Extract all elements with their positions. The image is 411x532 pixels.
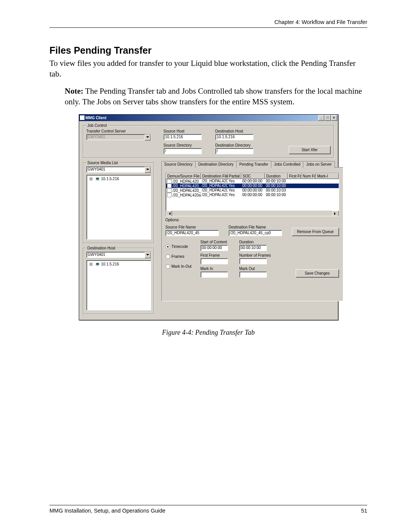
footer-left: MMG Installation, Setup, and Operations …: [49, 508, 166, 514]
tab-pending-transfer[interactable]: Pending Transfer: [236, 161, 271, 168]
radio-mark-in-out[interactable]: Mark In-Out: [166, 264, 196, 269]
note-label: Note:: [65, 86, 83, 96]
tcs-label: Transfer Control Server: [86, 129, 157, 133]
col-firstfr[interactable]: First Fr: [288, 173, 301, 179]
destination-dir-input[interactable]: [215, 148, 253, 154]
app-window: MMG Client _ □ × Job Control Transfer Co…: [79, 114, 338, 320]
nf-label: Number of Frames: [239, 253, 281, 257]
save-changes-button[interactable]: Save Changes: [296, 269, 339, 278]
note-text: The Pending Transfer tab and Jobs Contro…: [65, 86, 362, 106]
close-button[interactable]: ×: [331, 115, 337, 121]
ff-label: First Frame: [201, 253, 235, 257]
section-title: Files Pending Transfer: [49, 45, 367, 56]
mo-label: Mark Out: [239, 267, 281, 271]
options-label: Options:: [166, 218, 180, 222]
tree-expand-icon: ⊟: [88, 262, 94, 266]
app-icon: [80, 115, 84, 120]
start-xfer-button[interactable]: Start Xfer: [289, 146, 331, 154]
table-row[interactable]: /20_HDPAL420_45/20_HDPAL420...Yes00:00:0…: [166, 184, 339, 188]
dh-value: GWY0401: [88, 252, 105, 257]
sfn-label: Source File Name: [166, 225, 223, 229]
radio-frames[interactable]: Frames: [166, 254, 196, 259]
checkbox-icon[interactable]: [167, 193, 172, 197]
dur-label: Duration: [239, 240, 281, 244]
chevron-down-icon: [145, 252, 151, 258]
destination-host-input[interactable]: [215, 134, 253, 140]
mi-input[interactable]: [201, 272, 228, 278]
tab-jobs-on-server[interactable]: Jobs on Server: [303, 161, 335, 168]
checkbox-icon[interactable]: [167, 184, 172, 188]
radio-label: Frames: [172, 254, 185, 259]
soc-input[interactable]: [201, 245, 228, 251]
mi-label: Mark In: [201, 267, 235, 271]
ff-input[interactable]: [201, 258, 228, 264]
window-title: MMG Client: [86, 116, 107, 120]
col-demux[interactable]: Demux/Source File: [166, 173, 201, 179]
destination-host-legend: Destination Host: [86, 246, 116, 250]
tree-node[interactable]: ⊟ 💻 10.1.5.216: [88, 262, 149, 266]
radio-label: Mark In-Out: [172, 264, 192, 268]
col-numfr[interactable]: Num Fr: [301, 173, 316, 179]
sfn-input[interactable]: [166, 230, 219, 236]
col-mark-in[interactable]: Mark-I: [316, 173, 339, 179]
chevron-down-icon: [145, 167, 151, 173]
source-media-list-legend: Source Media List: [86, 161, 119, 165]
computer-icon: 💻: [95, 177, 100, 181]
tree-node-label: 10.1.5.216: [101, 177, 119, 181]
radio-dot-icon: [166, 254, 170, 259]
radio-label: Timecode: [172, 244, 188, 249]
table-row[interactable]: /20_HDPAL420_50/20_HDPAL420...Yes00:00:0…: [166, 188, 339, 193]
col-dest[interactable]: Destination File: [201, 173, 228, 179]
scroll-right-button[interactable]: [333, 211, 339, 216]
radio-dot-icon: [166, 264, 170, 269]
page-header: Chapter 4: Workflow and File Transfer: [49, 19, 367, 28]
dh-tree[interactable]: ⊟ 💻 10.1.5.216: [86, 260, 151, 310]
pending-files-list[interactable]: Demux/Source File Destination File Parti…: [166, 173, 339, 216]
table-row[interactable]: /20_HDPAL420/20_HDPAL420...Yes00:00:00:0…: [166, 179, 339, 184]
note-paragraph: Note: The Pending Transfer tab and Jobs …: [65, 86, 367, 107]
figure-caption: Figure 4-4: Pending Transfer Tab: [49, 329, 367, 337]
col-duration[interactable]: Duration: [265, 173, 288, 179]
source-host-input[interactable]: [164, 134, 202, 140]
source-dir-label: Source Directory: [164, 143, 209, 147]
job-control-legend: Job Control: [86, 123, 108, 128]
radio-dot-icon: [166, 244, 170, 249]
source-dir-input[interactable]: [164, 148, 202, 154]
destination-host-group: Destination Host GWY0401 ⊟ 💻 10.1.5.216: [83, 246, 155, 315]
checkbox-icon[interactable]: [167, 188, 172, 193]
col-soc[interactable]: SOC: [241, 173, 265, 179]
destination-dir-label: Destination Directory: [215, 143, 272, 147]
maximize-button[interactable]: □: [325, 115, 331, 121]
source-media-list-group: Source Media List GWY0401 ⊟ 💻 10.1.5.216: [83, 161, 155, 244]
tab-source-directory[interactable]: Source Directory: [161, 161, 196, 168]
checkbox-icon[interactable]: [167, 179, 172, 184]
mo-input[interactable]: [239, 272, 267, 278]
dfn-label: Destination File Name: [229, 225, 286, 229]
job-control-group: Job Control Transfer Control Server GWY0…: [83, 123, 334, 158]
scroll-left-button[interactable]: [166, 211, 172, 216]
sml-combo[interactable]: GWY0401: [86, 166, 151, 173]
tree-node[interactable]: ⊟ 💻 10.1.5.216: [88, 177, 149, 181]
nf-input[interactable]: [239, 258, 267, 264]
sml-tree[interactable]: ⊟ 💻 10.1.5.216: [86, 175, 151, 240]
tcs-combo[interactable]: GWY0401: [86, 134, 151, 140]
radio-timecode[interactable]: Timecode: [166, 244, 196, 249]
dh-combo[interactable]: GWY0401: [86, 252, 151, 258]
dur-input[interactable]: [239, 245, 267, 251]
tab-jobs-controlled[interactable]: Jobs Controlled: [271, 161, 303, 168]
tcs-value: GWY0401: [88, 135, 105, 139]
table-row[interactable]: /20_HDPAL420a_.../20_HDPAL420...Yes00:00…: [166, 193, 339, 197]
tab-destination-directory[interactable]: Destination Directory: [195, 161, 237, 168]
tree-expand-icon: ⊟: [88, 177, 94, 181]
tree-node-label: 10.1.5.216: [101, 262, 119, 266]
remove-from-queue-button[interactable]: Remove From Queue: [292, 228, 339, 236]
dfn-input[interactable]: [229, 230, 282, 236]
footer-page-number: 51: [361, 508, 367, 514]
source-host-label: Source Host: [164, 129, 209, 133]
scroll-track[interactable]: [172, 211, 333, 216]
chevron-down-icon: [145, 134, 151, 141]
computer-icon: 💻: [95, 262, 100, 266]
col-partial[interactable]: Partial: [228, 173, 241, 179]
sml-value: GWY0401: [88, 167, 105, 171]
minimize-button[interactable]: _: [318, 115, 324, 121]
